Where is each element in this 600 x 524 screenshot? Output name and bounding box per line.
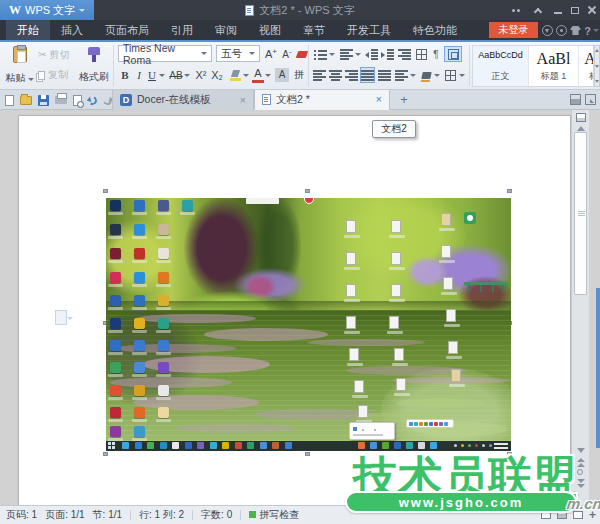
maximize-button[interactable] (567, 0, 583, 20)
ruler-toggle-icon[interactable] (576, 113, 586, 122)
close-button[interactable] (584, 0, 600, 20)
line-spacing-dropdown[interactable] (409, 67, 417, 83)
line-spacing-button[interactable] (394, 67, 409, 83)
minimize-button[interactable] (550, 0, 566, 20)
cut-button[interactable]: ✂剪切 (38, 48, 69, 62)
strikethrough-button[interactable]: AB (168, 67, 184, 83)
tab-list-icon[interactable] (570, 94, 581, 105)
download-icon[interactable] (541, 24, 554, 37)
align-right-button[interactable] (344, 67, 359, 83)
increase-indent-button[interactable] (380, 46, 395, 62)
selection-handle[interactable] (507, 189, 512, 193)
shrink-font-button[interactable]: A- (280, 46, 294, 62)
subscript-button[interactable]: X₂ (209, 67, 225, 83)
styles-scroll-strip[interactable] (594, 45, 600, 87)
style-normal[interactable]: AaBbCcDd 正文 (473, 46, 529, 86)
selection-handle[interactable] (103, 189, 108, 193)
tab-special-features[interactable]: 特色功能 (402, 20, 468, 40)
print-preview-icon[interactable] (73, 95, 82, 106)
align-center-button[interactable] (328, 67, 343, 83)
close-tab-icon[interactable]: × (240, 95, 246, 106)
tab-developer[interactable]: 开发工具 (336, 20, 402, 40)
new-tab-button[interactable]: + (396, 92, 412, 108)
distribute-button[interactable] (377, 67, 392, 83)
taskbar-app-icon (222, 442, 229, 449)
switch-window-icon[interactable] (585, 94, 596, 105)
save-icon[interactable] (38, 95, 49, 106)
doc-tab-docer[interactable]: D Docer-在线模板 × (112, 90, 254, 110)
clear-format-button[interactable] (296, 46, 308, 62)
tab-insert[interactable]: 插入 (50, 20, 94, 40)
close-tab-icon[interactable]: × (376, 94, 382, 105)
collapse-icon[interactable] (530, 0, 546, 20)
margin-widget-icon[interactable] (55, 310, 67, 325)
underline-button[interactable]: U (146, 67, 158, 83)
copy-button[interactable]: 复制 (38, 68, 68, 82)
spell-check[interactable]: 拼写检查 (249, 508, 299, 522)
font-family-select[interactable]: Times New Roma (118, 45, 212, 62)
style-heading2[interactable]: Aa 标 (579, 46, 594, 86)
table-grid-button[interactable] (414, 46, 429, 62)
paste-button[interactable]: 粘贴 (5, 44, 35, 87)
previous-page-button[interactable] (577, 458, 585, 468)
bullets-button[interactable] (312, 46, 328, 62)
bullets-dropdown[interactable] (328, 46, 336, 62)
font-color-button[interactable]: A (252, 67, 264, 83)
highlight-button[interactable] (228, 67, 242, 83)
justify-button[interactable] (360, 67, 375, 83)
scroll-up-arrow[interactable] (577, 126, 585, 131)
italic-button[interactable]: I (133, 67, 145, 83)
selection-handle[interactable] (305, 189, 310, 193)
format-painter-button[interactable]: 格式刷 (76, 44, 112, 87)
doc-tab-document2[interactable]: 文档2 * × (254, 90, 390, 110)
underline-dropdown[interactable] (158, 67, 166, 83)
wps-menu-button[interactable]: W WPS 文字 (0, 0, 94, 20)
login-button[interactable]: 未登录 (489, 22, 538, 38)
show-marks-button[interactable] (430, 46, 442, 62)
grow-font-button[interactable]: A+ (264, 46, 278, 62)
new-document-icon[interactable] (5, 95, 14, 106)
highlight-dropdown[interactable] (242, 67, 250, 83)
scroll-thumb[interactable] (574, 132, 587, 295)
font-size-select[interactable]: 五号 (216, 45, 260, 62)
tab-section[interactable]: 章节 (292, 20, 336, 40)
superscript-button[interactable]: X² (193, 67, 209, 83)
tab-page-layout[interactable]: 页面布局 (94, 20, 160, 40)
scroll-down-arrow[interactable] (577, 448, 585, 453)
borders-button[interactable] (443, 67, 458, 83)
word-count[interactable]: 字数: 0 (201, 508, 232, 522)
selection-handle[interactable] (305, 452, 310, 456)
next-page-button[interactable] (577, 479, 585, 489)
tab-home[interactable]: 开始 (6, 20, 50, 40)
char-shading-button[interactable]: A (274, 67, 290, 83)
skin-icon[interactable] (569, 24, 582, 37)
bold-button[interactable]: B (118, 67, 132, 83)
open-folder-icon[interactable] (20, 96, 32, 105)
align-left-button[interactable] (312, 67, 327, 83)
font-color-dropdown[interactable] (264, 67, 272, 83)
print-icon[interactable] (55, 96, 67, 104)
history-icon[interactable] (555, 24, 568, 37)
style-heading1[interactable]: AaBl 标题 1 (529, 46, 579, 86)
paragraph-layout-button[interactable] (444, 46, 462, 62)
decrease-indent-button[interactable] (364, 46, 379, 62)
vertical-scrollbar[interactable] (571, 110, 589, 505)
selection-handle[interactable] (103, 452, 108, 456)
tab-references[interactable]: 引用 (160, 20, 204, 40)
shading-button[interactable] (419, 67, 433, 83)
strikethrough-dropdown[interactable] (183, 67, 191, 83)
more-options-icon[interactable] (508, 0, 524, 20)
undo-icon[interactable] (87, 94, 98, 105)
text-direction-button[interactable] (397, 46, 412, 62)
borders-dropdown[interactable] (458, 67, 466, 83)
help-icon[interactable]: ? (585, 24, 598, 37)
web-view-icon[interactable] (573, 511, 583, 519)
document-image[interactable] (106, 198, 511, 451)
numbering-dropdown[interactable] (354, 46, 362, 62)
pinyin-guide-button[interactable]: 拼 (292, 67, 306, 83)
tab-view[interactable]: 视图 (248, 20, 292, 40)
shading-dropdown[interactable] (433, 67, 441, 83)
document-page[interactable] (18, 115, 571, 505)
numbering-button[interactable] (338, 46, 354, 62)
tab-review[interactable]: 审阅 (204, 20, 248, 40)
